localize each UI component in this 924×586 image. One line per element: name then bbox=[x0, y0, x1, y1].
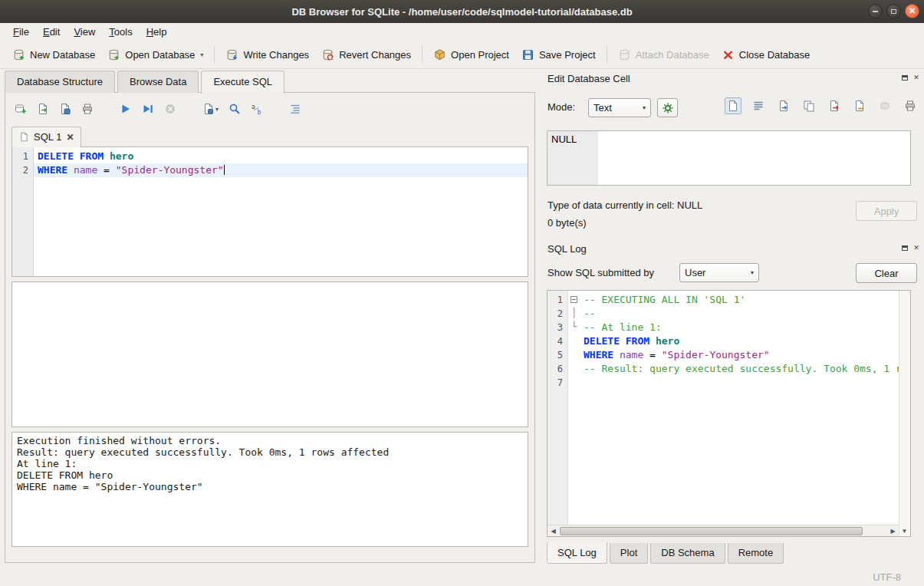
close-database-button[interactable]: Close Database bbox=[715, 44, 817, 65]
revert-changes-icon bbox=[321, 48, 334, 61]
close-database-label: Close Database bbox=[739, 49, 811, 61]
gear-icon bbox=[662, 102, 674, 114]
scroll-right-icon[interactable]: ▶ bbox=[887, 525, 899, 536]
tab-execute-sql[interactable]: Execute SQL bbox=[201, 71, 284, 94]
fold-column bbox=[568, 334, 580, 348]
auto-format-button[interactable] bbox=[289, 103, 301, 115]
close-tab-icon[interactable]: ✕ bbox=[66, 132, 74, 143]
tab-db-schema[interactable]: DB Schema bbox=[650, 543, 725, 564]
execute-current-line-button[interactable] bbox=[142, 103, 154, 115]
fold-marker-icon: │ bbox=[568, 307, 580, 321]
tab-sql-log[interactable]: SQL Log bbox=[547, 542, 607, 564]
line-number: 1 bbox=[547, 293, 568, 307]
replace-icon: ab bbox=[251, 103, 263, 115]
sql-editor[interactable]: 1DELETE FROM hero2WHERE name = "Spider-Y… bbox=[12, 146, 528, 277]
save-results-dropdown-icon[interactable]: ▾ bbox=[215, 106, 219, 113]
menu-file[interactable]: File bbox=[6, 24, 36, 40]
open-project-button[interactable]: Open Project bbox=[427, 44, 515, 65]
scroll-left-icon[interactable]: ◀ bbox=[547, 525, 559, 536]
menu-edit[interactable]: Edit bbox=[36, 24, 67, 40]
find-button[interactable] bbox=[229, 103, 241, 115]
main-toolbar: New Database Open Database ▾ Write Chang… bbox=[0, 41, 924, 69]
tab-database-structure[interactable]: Database Structure bbox=[5, 71, 115, 93]
line-number: 3 bbox=[547, 321, 568, 334]
code-text: DELETE FROM hero bbox=[34, 150, 528, 163]
tab-browse-data[interactable]: Browse Data bbox=[117, 71, 199, 93]
new-sql-tab-button[interactable] bbox=[15, 103, 27, 115]
word-wrap-button[interactable] bbox=[752, 100, 765, 112]
configure-button[interactable] bbox=[657, 98, 678, 117]
minimize-button[interactable] bbox=[868, 4, 883, 18]
code-line: 2│-- bbox=[547, 307, 899, 321]
float-panel-button[interactable] bbox=[900, 243, 909, 252]
dock-tabs: SQL Log Plot DB Schema Remote bbox=[547, 543, 786, 564]
edit-cell-dock-controls: ✕ bbox=[900, 73, 921, 82]
execute-sql-button[interactable] bbox=[120, 103, 132, 115]
set-as-null-button[interactable] bbox=[853, 100, 866, 112]
print-sql-button[interactable] bbox=[81, 103, 94, 115]
code-line: 6-- Result: query executed successfully.… bbox=[547, 362, 899, 376]
save-sql-file-button[interactable] bbox=[59, 103, 71, 115]
close-panel-button[interactable]: ✕ bbox=[912, 73, 921, 82]
mode-select[interactable]: Text ▾ bbox=[588, 98, 651, 117]
open-database-button[interactable]: Open Database ▾ bbox=[101, 44, 209, 65]
find-replace-button[interactable]: ab bbox=[251, 103, 263, 115]
new-database-button[interactable]: New Database bbox=[6, 44, 101, 65]
sql-log-code: 1−-- EXECUTING ALL IN 'SQL 1'2│--3└-- At… bbox=[547, 291, 899, 525]
sql-tab-bar: SQL 1 ✕ bbox=[12, 127, 528, 147]
vertical-scrollbar[interactable]: ▼ bbox=[899, 291, 910, 536]
tab-plot[interactable]: Plot bbox=[610, 543, 648, 564]
cell-size-info: 0 byte(s) bbox=[547, 217, 587, 229]
write-changes-button[interactable]: Write Changes bbox=[219, 44, 315, 65]
scrollbar-thumb[interactable] bbox=[560, 527, 863, 535]
sql-log-view[interactable]: 1−-- EXECUTING ALL IN 'SQL 1'2│--3└-- At… bbox=[547, 290, 911, 537]
close-button[interactable]: ✕ bbox=[905, 4, 919, 18]
svg-text:b: b bbox=[258, 109, 261, 116]
close-database-icon bbox=[722, 48, 735, 61]
results-grid[interactable] bbox=[12, 281, 528, 427]
cell-editor[interactable]: NULL bbox=[547, 130, 911, 186]
revert-changes-label: Revert Changes bbox=[339, 49, 411, 61]
code-line: 3└-- At line 1: bbox=[547, 321, 899, 334]
text-mode-button[interactable] bbox=[725, 97, 742, 114]
cell-type-info: Type of data currently in cell: NULL bbox=[547, 199, 702, 211]
close-panel-button[interactable]: ✕ bbox=[912, 243, 921, 252]
open-sql-file-button[interactable] bbox=[37, 103, 49, 115]
fold-marker-icon[interactable]: − bbox=[568, 293, 580, 307]
menu-view[interactable]: View bbox=[67, 24, 102, 40]
menu-tools[interactable]: Tools bbox=[102, 24, 139, 40]
open-file-icon bbox=[37, 103, 49, 115]
maximize-button[interactable] bbox=[886, 4, 901, 18]
print-cell-button[interactable] bbox=[904, 100, 916, 112]
attach-database-icon bbox=[618, 48, 631, 61]
import-data-button[interactable] bbox=[778, 100, 790, 112]
open-database-dropdown-icon[interactable]: ▾ bbox=[200, 51, 203, 58]
write-changes-icon bbox=[225, 48, 238, 61]
sql-file-icon bbox=[19, 132, 29, 142]
save-project-button[interactable]: Save Project bbox=[515, 44, 602, 65]
export-data-button[interactable] bbox=[828, 100, 840, 112]
maximize-icon bbox=[891, 9, 896, 14]
copy-data-button[interactable] bbox=[803, 100, 815, 112]
save-results-button[interactable]: ▾ bbox=[202, 103, 219, 115]
float-panel-button[interactable] bbox=[900, 73, 909, 82]
tab-remote[interactable]: Remote bbox=[728, 543, 784, 564]
revert-changes-button[interactable]: Revert Changes bbox=[315, 44, 417, 65]
execute-line-icon bbox=[142, 103, 154, 115]
sql-tab-label: SQL 1 bbox=[34, 131, 61, 143]
text-cursor bbox=[224, 165, 225, 175]
window-controls: ✕ bbox=[868, 4, 919, 18]
save-file-icon bbox=[59, 103, 71, 115]
toolbar-separator bbox=[422, 45, 423, 64]
scroll-down-icon[interactable]: ▼ bbox=[899, 525, 910, 536]
apply-button: Apply bbox=[856, 201, 917, 221]
log-filter-select[interactable]: User ▾ bbox=[679, 263, 759, 282]
sql-1-tab[interactable]: SQL 1 ✕ bbox=[12, 127, 81, 147]
horizontal-scrollbar[interactable]: ◀ ▶ bbox=[547, 525, 899, 536]
menu-help[interactable]: Help bbox=[140, 24, 174, 40]
save-results-icon bbox=[202, 103, 215, 115]
save-project-icon bbox=[521, 48, 534, 61]
message-line: Result: query executed successfully. Too… bbox=[17, 446, 523, 458]
code-line: 5WHERE name = "Spider-Youngster" bbox=[547, 348, 899, 362]
clear-log-button[interactable]: Clear bbox=[856, 263, 917, 283]
